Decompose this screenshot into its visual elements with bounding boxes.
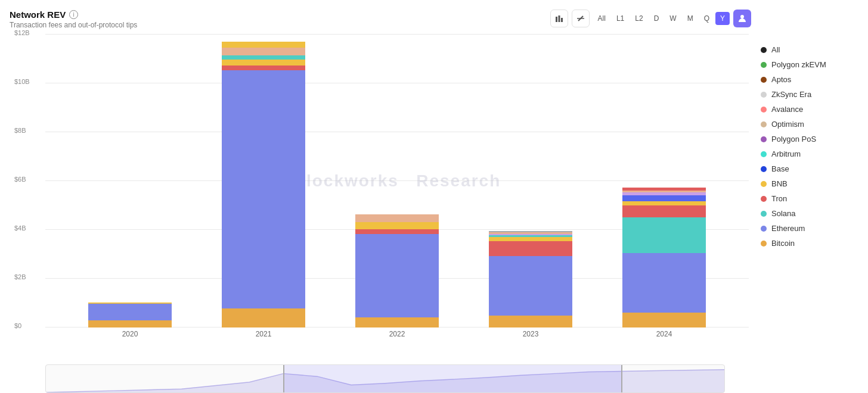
filter-d[interactable]: D xyxy=(649,12,664,25)
y-label-6b: $6B xyxy=(14,176,26,183)
y-label-12b: $12B xyxy=(14,29,30,36)
legend-dot xyxy=(761,77,767,83)
bar-segment-Optimism xyxy=(222,48,305,55)
legend-label: ZkSync Era xyxy=(771,90,811,99)
bar-segment-Bitcoin xyxy=(222,308,305,328)
bar-chart-icon-btn[interactable] xyxy=(550,10,568,27)
bar-segment-Ethereum xyxy=(622,253,706,313)
bar-segment-BNB xyxy=(355,222,439,230)
filter-q[interactable]: Q xyxy=(699,12,714,25)
legend-item-base[interactable]: Base xyxy=(761,164,858,173)
chart-title: Network REV xyxy=(10,10,66,20)
legend-panel: AllPolygon zkEVMAptosZkSync EraAvalanceO… xyxy=(761,10,868,393)
filter-w[interactable]: W xyxy=(665,12,681,25)
bar-segment-BNB xyxy=(622,201,706,206)
legend-item-bnb[interactable]: BNB xyxy=(761,179,858,188)
title-row: Network REV i xyxy=(10,10,137,20)
x-label-2023: 2023 xyxy=(477,330,584,338)
bar-segment-Base xyxy=(622,195,706,201)
legend-dot xyxy=(761,181,767,187)
bar-group-2022 xyxy=(343,214,451,328)
bar-segment-Ethereum xyxy=(355,234,439,317)
bar-group-2021 xyxy=(210,42,317,328)
bar-segment-Ethereum xyxy=(88,304,172,320)
legend-item-all[interactable]: All xyxy=(761,45,858,54)
slash-icon xyxy=(576,14,585,23)
slash-icon-btn[interactable] xyxy=(572,10,590,27)
filter-y[interactable]: Y xyxy=(715,12,730,25)
chart-subtitle: Transaction fees and out-of-protocol tip… xyxy=(10,21,137,29)
legend-item-optimism[interactable]: Optimism xyxy=(761,120,858,129)
bar-segment-Tron xyxy=(489,241,572,256)
time-filters: All L1 L2 D W M Q Y xyxy=(593,12,730,25)
legend-label: Solana xyxy=(771,209,795,218)
legend-item-ethereum[interactable]: Ethereum xyxy=(761,224,858,233)
x-label-2020: 2020 xyxy=(76,330,184,338)
svg-rect-2 xyxy=(561,18,563,22)
y-label-4b: $4B xyxy=(14,224,26,232)
x-label-2024: 2024 xyxy=(610,330,718,338)
bar-segment-Bitcoin xyxy=(88,320,172,328)
legend-label: Aptos xyxy=(771,75,791,84)
bar-group-2020 xyxy=(76,302,184,328)
legend-dot xyxy=(761,151,767,157)
y-label-8b: $8B xyxy=(14,127,26,134)
bar-segment-Ethereum xyxy=(222,70,305,308)
stacked-bar-2023 xyxy=(489,229,572,328)
legend-label: Avalance xyxy=(771,105,803,114)
filter-l1[interactable]: L1 xyxy=(612,12,629,25)
main-container: Network REV i Transaction fees and out-o… xyxy=(0,0,868,393)
bar-segment-BNB xyxy=(489,237,572,242)
chart-canvas: $12B $10B $8B $6B $4B $2B xyxy=(45,34,749,328)
x-label-2022: 2022 xyxy=(343,330,451,338)
legend-dot xyxy=(761,166,767,172)
legend-dot xyxy=(761,136,767,142)
filter-all[interactable]: All xyxy=(593,12,610,25)
legend-item-solana[interactable]: Solana xyxy=(761,209,858,218)
bars-container xyxy=(45,34,749,328)
legend-item-arbitrum[interactable]: Arbitrum xyxy=(761,149,858,158)
bar-segment-top xyxy=(355,214,439,222)
bar-segment-Solana xyxy=(222,55,305,60)
x-axis-labels: 20202021202220232024 xyxy=(45,330,749,338)
bar-segment-Tron xyxy=(222,66,305,70)
y-label-0: $0 xyxy=(14,322,21,329)
legend-dot xyxy=(761,226,767,232)
stacked-bar-2021 xyxy=(222,42,305,328)
legend-item-bitcoin[interactable]: Bitcoin xyxy=(761,239,858,248)
chart-section: Network REV i Transaction fees and out-o… xyxy=(10,10,761,393)
chart-area: $12B $10B $8B $6B $4B $2B xyxy=(10,34,761,362)
filter-m[interactable]: M xyxy=(683,12,698,25)
bar-segment-Extra xyxy=(222,42,305,48)
bar-segment-Solana xyxy=(622,217,706,253)
legend-item-avalance[interactable]: Avalance xyxy=(761,105,858,114)
user-avatar[interactable] xyxy=(733,10,751,27)
filter-l2[interactable]: L2 xyxy=(630,12,647,25)
legend-dot xyxy=(761,211,767,217)
legend-label: Polygon zkEVM xyxy=(771,60,826,69)
bar-segment-Bitcoin xyxy=(355,317,439,328)
legend-item-polygon-pos[interactable]: Polygon PoS xyxy=(761,135,858,144)
legend-label: Arbitrum xyxy=(771,149,801,158)
legend-item-tron[interactable]: Tron xyxy=(761,194,858,203)
legend-label: Base xyxy=(771,164,789,173)
avatar-icon xyxy=(737,14,747,23)
legend-label: Ethereum xyxy=(771,224,805,233)
stacked-bar-2022 xyxy=(355,214,439,328)
mini-chart-thumb[interactable] xyxy=(283,365,622,392)
legend-label: Polygon PoS xyxy=(771,135,816,144)
legend-item-aptos[interactable]: Aptos xyxy=(761,75,858,84)
legend-item-polygon-zkevm[interactable]: Polygon zkEVM xyxy=(761,60,858,69)
legend-dot xyxy=(761,107,767,113)
bar-segment-BNB xyxy=(222,60,305,66)
legend-label: All xyxy=(771,45,780,54)
info-icon[interactable]: i xyxy=(69,10,78,19)
legend-item-zksync-era[interactable]: ZkSync Era xyxy=(761,90,858,99)
legend-label: BNB xyxy=(771,179,788,188)
svg-point-5 xyxy=(740,15,744,18)
mini-chart xyxy=(45,364,725,393)
bar-segment-Ethereum xyxy=(489,256,572,316)
legend-dot xyxy=(761,121,767,127)
legend-dot xyxy=(761,47,767,53)
legend-dot xyxy=(761,62,767,68)
